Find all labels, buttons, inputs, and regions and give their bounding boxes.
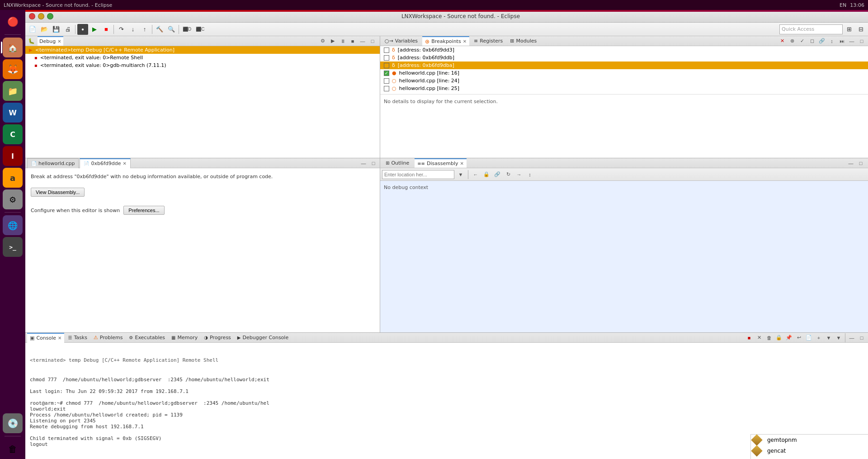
debug-item-0[interactable]: ▶ <terminated>temp Debug [C/C++ Remote A… [25, 46, 380, 54]
bk-min-btn[interactable]: — [847, 37, 856, 46]
debug-toolbar-btn-max[interactable]: □ [368, 37, 377, 46]
gem-item-1[interactable]: gencat [751, 445, 868, 456]
editor-min-btn[interactable]: — [359, 159, 368, 168]
console-open-file-btn[interactable]: 📄 [804, 333, 813, 342]
console-remove-btn[interactable]: ✕ [755, 333, 764, 342]
bk-link-btn[interactable]: 🔗 [817, 37, 826, 46]
console-tab-progress[interactable]: ◑ Progress [201, 333, 234, 343]
bk-expand-btn[interactable]: ↕ [827, 37, 836, 46]
console-tab-executables[interactable]: ⚙ Executables [127, 333, 168, 343]
console-terminate-btn[interactable]: ■ [745, 333, 754, 342]
console-tab-debugger[interactable]: ▶ Debugger Console [235, 333, 291, 343]
disasm-min-btn[interactable]: — [846, 159, 855, 168]
disasm-back-btn[interactable]: ← [471, 170, 480, 179]
bk-checkbox-4[interactable] [384, 78, 389, 84]
preferences-button[interactable]: Preferences... [123, 206, 164, 215]
bk-checkbox-2[interactable] [384, 63, 389, 68]
toolbar-perspective-switch[interactable]: ⊞ [844, 24, 854, 35]
sidebar-icon-terminal[interactable]: >_ [3, 237, 23, 257]
toolbar-run[interactable]: ▶ [89, 24, 100, 35]
bk-checkbox-0[interactable] [384, 47, 389, 53]
bk-item-0[interactable]: δ [address: 0xb6fd9dd3] [380, 46, 868, 54]
toolbar-step-over[interactable]: ↷ [116, 24, 127, 35]
toolbar-print[interactable]: 🖨 [62, 24, 73, 35]
bk-item-3[interactable]: ✓ ● helloworld.cpp [line: 16] [380, 69, 868, 77]
bk-max-btn[interactable]: □ [857, 37, 866, 46]
view-disassembly-button[interactable]: View Disassembly... [31, 188, 85, 197]
modules-tab[interactable]: ⊞ Modules [507, 36, 539, 46]
toolbar-open[interactable]: 📂 [39, 24, 50, 35]
debug-toolbar-btn-min[interactable]: — [358, 37, 367, 46]
disasm-max-btn[interactable]: □ [856, 159, 865, 168]
toolbar-new[interactable]: 📄 [27, 24, 38, 35]
toolbar-step-into[interactable]: ↓ [127, 24, 138, 35]
console-menu-btn[interactable]: ▼ [834, 333, 843, 342]
bk-item-1[interactable]: δ [address: 0xb6fd9ddb] [380, 54, 868, 62]
sidebar-icon-trash[interactable]: 🗑 [3, 439, 23, 459]
toolbar-save[interactable]: 💾 [51, 24, 61, 35]
toolbar-debug[interactable]: ● [77, 24, 88, 35]
debug-toolbar-btn-suspend[interactable]: ⏸ [338, 37, 347, 46]
sidebar-icon-files[interactable]: 📁 [3, 81, 23, 101]
console-word-wrap-btn[interactable]: ↩ [794, 333, 803, 342]
console-tab-tasks[interactable]: ☰ Tasks [65, 333, 90, 343]
toolbar-build[interactable]: 🔨 [154, 24, 165, 35]
toolbar-views[interactable]: ⊟ [855, 24, 866, 35]
toolbar-perspective-cpp[interactable]: ⬛C [194, 24, 206, 35]
close-button[interactable] [29, 13, 35, 19]
console-new-btn[interactable]: + [814, 333, 823, 342]
console-tab-problems[interactable]: ⚠ Problems [91, 333, 126, 343]
debug-tab-close[interactable]: ✕ [57, 39, 61, 44]
disassembly-tab-close[interactable]: ✕ [460, 161, 463, 166]
sidebar-icon-libreoffice-calc[interactable]: C [3, 124, 23, 144]
console-clear-btn[interactable]: 🗑 [764, 333, 774, 342]
disassembly-tab[interactable]: ≡≡ Disassembly ✕ [415, 158, 467, 168]
breakpoints-tab[interactable]: ⊛ Breakpoints ✕ [422, 36, 469, 46]
debug-item-2[interactable]: ▪ <terminated, exit value: 0>gdb-multiar… [25, 62, 380, 69]
console-scroll-lock-btn[interactable]: 🔒 [774, 333, 783, 342]
sidebar-icon-ubuntu[interactable]: 🔴 [3, 12, 23, 32]
sidebar-icon-amazon[interactable]: a [3, 168, 23, 188]
debug-toolbar-btn-resume[interactable]: ▶ [328, 37, 337, 46]
console-tab-close[interactable]: ✕ [58, 336, 61, 341]
bk-disable-all-btn[interactable]: ◻ [807, 37, 816, 46]
disasm-forward-btn[interactable]: → [514, 170, 524, 179]
editor-tab-address[interactable]: 📄 0xb6fd9dde ✕ [80, 158, 130, 168]
console-pin-btn[interactable]: 📌 [784, 333, 793, 342]
sidebar-icon-libreoffice-writer[interactable]: W [3, 103, 23, 123]
bk-remove-all-btn[interactable]: ⊗ [788, 37, 797, 46]
sidebar-icon-firefox[interactable]: 🦊 [3, 59, 23, 79]
registers-tab[interactable]: ≡ Registers [471, 36, 505, 46]
sidebar-icon-libreoffice-impress[interactable]: I [3, 146, 23, 166]
console-min-btn[interactable]: — [847, 333, 856, 342]
editor-tab-helloworld[interactable]: 📄 helloworld.cpp [27, 158, 79, 168]
console-max-btn[interactable]: □ [857, 333, 866, 342]
disasm-refresh-btn[interactable]: ↻ [504, 170, 513, 179]
breakpoints-tab-close[interactable]: ✕ [463, 39, 467, 44]
editor-max-btn[interactable]: □ [369, 159, 378, 168]
sidebar-icon-network[interactable]: 🌐 [3, 215, 23, 235]
toolbar-perspective-debug[interactable]: ⬛D [181, 24, 193, 35]
console-display-btn[interactable]: ▼ [824, 333, 833, 342]
debug-toolbar-btn-terminate[interactable]: ■ [348, 37, 357, 46]
disasm-expand-btn[interactable]: ↕ [525, 170, 534, 179]
toolbar-search[interactable]: 🔍 [166, 24, 177, 35]
bk-checkbox-1[interactable] [384, 55, 389, 61]
variables-tab[interactable]: ○→ Variables [382, 36, 420, 46]
disasm-link-btn[interactable]: 🔗 [493, 170, 502, 179]
bk-enable-all-btn[interactable]: ✓ [797, 37, 807, 46]
disasm-dropdown-btn[interactable]: ▼ [456, 170, 465, 179]
bk-checkbox-5[interactable] [384, 86, 389, 91]
disasm-lock-btn[interactable]: 🔒 [482, 170, 491, 179]
editor-tab-close-1[interactable]: ✕ [123, 161, 126, 166]
sidebar-icon-home[interactable]: 🏠 [3, 38, 23, 57]
bk-item-5[interactable]: ○ helloworld.cpp [line: 25] [380, 85, 868, 92]
console-tab-console[interactable]: ▣ Console ✕ [27, 333, 64, 343]
outline-tab[interactable]: ⊞ Outline [383, 158, 412, 168]
debug-toolbar-btn-1[interactable]: ⚙ [318, 37, 327, 46]
bk-skip-btn[interactable]: ⏭ [837, 37, 846, 46]
bk-remove-btn[interactable]: ✕ [778, 37, 787, 46]
bk-item-4[interactable]: ○ helloworld.cpp [line: 24] [380, 77, 868, 85]
gem-item-0[interactable]: gemtopnm [751, 435, 868, 445]
bk-checkbox-3[interactable]: ✓ [384, 71, 389, 76]
